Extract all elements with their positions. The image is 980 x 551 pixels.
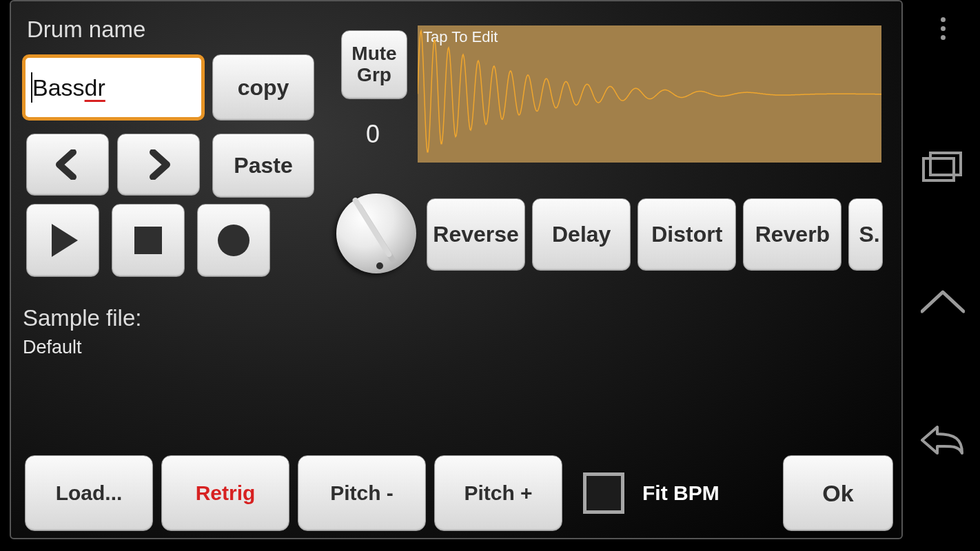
svg-point-2 [218,225,249,256]
svg-marker-0 [52,224,78,257]
retrig-button[interactable]: Retrig [161,455,289,531]
back-button[interactable] [921,426,965,455]
mute-group-value: 0 [366,120,380,149]
bottom-row: Load... Retrig Pitch - Pitch + Fit BPM [25,455,719,531]
fit-bpm-label: Fit BPM [642,481,719,505]
mute-group-line1: Mute [351,43,396,65]
ok-button[interactable]: Ok [783,455,893,531]
pitch-minus-button[interactable]: Pitch - [298,455,426,531]
drum-name-input[interactable]: Bass dr [22,54,205,121]
drum-name-label: Drum name [27,17,145,43]
waveform-icon [418,25,881,163]
knob-indicator [376,262,383,269]
chevron-right-icon [143,149,174,180]
copy-button[interactable]: copy [212,54,314,121]
stop-icon [131,223,165,258]
svg-rect-3 [923,158,954,180]
sample-file-value: Default [23,337,82,358]
reverb-button[interactable]: Reverb [743,198,841,271]
paste-button[interactable]: Paste [212,134,314,198]
play-button[interactable] [26,204,99,277]
overflow-menu-icon[interactable] [941,17,946,40]
waveform-panel[interactable]: Tap To Edit [418,25,881,163]
reverse-button[interactable]: Reverse [427,198,525,271]
chevron-left-icon [52,149,83,180]
android-system-bar [906,0,980,551]
play-icon [43,221,82,260]
mute-group-button[interactable]: Mute Grp [341,30,407,99]
stop-button[interactable] [112,204,185,277]
pitch-plus-button[interactable]: Pitch + [434,455,562,531]
delay-button[interactable]: Delay [532,198,631,271]
svg-rect-4 [930,153,961,175]
fit-bpm-checkbox[interactable] [583,472,624,514]
drum-name-text-suggest: dr [85,74,105,101]
next-button[interactable] [117,134,200,196]
load-button[interactable]: Load... [25,455,153,531]
mute-group-line2: Grp [357,65,391,86]
svg-rect-1 [134,227,162,254]
record-icon [215,222,252,259]
app-frame: Drum name Bass dr copy Paste Mute Grp 0 … [10,0,903,539]
recent-apps-button[interactable] [922,152,963,183]
home-button[interactable] [921,287,965,314]
effects-row: Reverse Delay Distort Reverb S. [427,198,883,271]
s-button[interactable]: S. [848,198,883,271]
volume-knob[interactable] [336,194,416,273]
prev-button[interactable] [26,134,109,196]
sample-file-label: Sample file: [23,305,141,331]
drum-name-text-plain: Bass [32,74,85,101]
record-button[interactable] [197,204,270,277]
distort-button[interactable]: Distort [637,198,736,271]
